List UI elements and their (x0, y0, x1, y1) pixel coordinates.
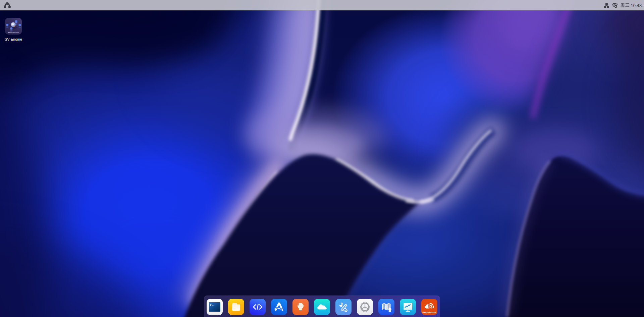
svg-text:Alibaba SmartVision: Alibaba SmartVision (8, 32, 19, 33)
svg-text:Ubuntu Desktop: Ubuntu Desktop (422, 311, 436, 313)
